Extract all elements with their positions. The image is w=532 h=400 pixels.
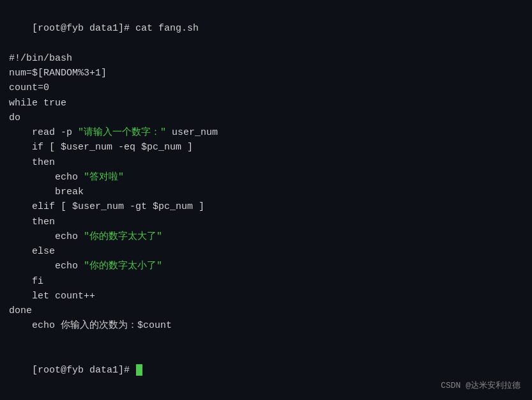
prompt-user-host: [root@fyb data1] <box>32 23 124 34</box>
terminal-cursor <box>136 364 142 376</box>
watermark: CSDN @达米安利拉德 <box>441 380 521 392</box>
line-count: count=0 <box>9 81 523 95</box>
prompt-hash: # cat fang.sh <box>124 23 199 34</box>
line-fi: fi <box>9 274 523 289</box>
line-let: let count++ <box>9 289 523 304</box>
line-echo-answer: echo "答对啦" <box>9 170 523 185</box>
line-elif: elif [ $user_num -gt $pc_num ] <box>9 199 523 214</box>
prompt-bottom-user-host: [root@fyb data1] <box>32 365 124 376</box>
line-then2: then <box>9 215 523 229</box>
line-echo-count: echo 你输入的次数为：$count <box>9 318 523 333</box>
line-read: read -p "请输入一个数字：" user_num <box>9 125 523 140</box>
prompt-bottom-hash: # <box>124 365 135 376</box>
line-num: num=$[RANDOM%3+1] <box>9 66 523 81</box>
line-shebang: #!/bin/bash <box>9 51 523 66</box>
line-while: while true <box>9 96 523 111</box>
line-if: if [ $user_num -eq $pc_num ] <box>9 140 523 155</box>
line-break: break <box>9 185 523 199</box>
line-done: done <box>9 304 523 318</box>
terminal-window: [root@fyb data1]# cat fang.sh #!/bin/bas… <box>0 0 532 400</box>
line-echo-toobig: echo "你的数字太大了" <box>9 229 523 244</box>
line-echo-toosmall: echo "你的数字太小了" <box>9 259 523 273</box>
line-else: else <box>9 244 523 259</box>
line-do: do <box>9 111 523 125</box>
line-prompt-cat: [root@fyb data1]# cat fang.sh <box>9 6 523 51</box>
line-then1: then <box>9 155 523 170</box>
blank-line <box>9 334 523 348</box>
